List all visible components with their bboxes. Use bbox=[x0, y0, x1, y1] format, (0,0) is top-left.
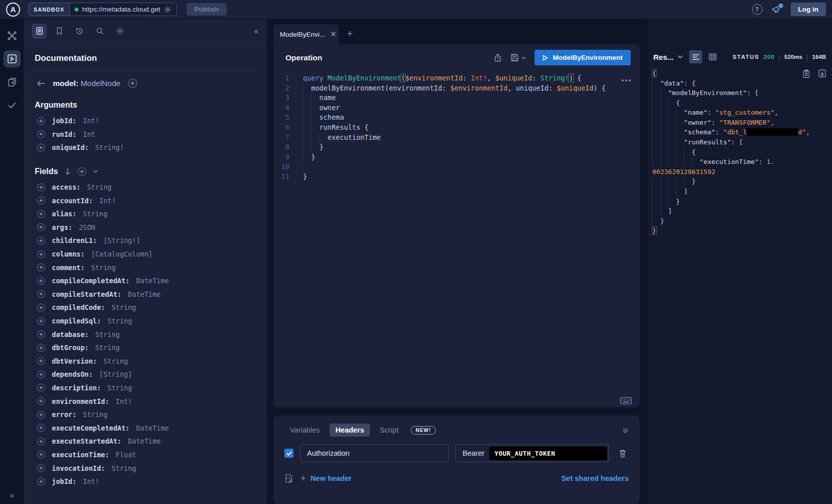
add-to-query-plus-icon[interactable] bbox=[37, 263, 45, 272]
announcements-megaphone-icon[interactable] bbox=[772, 5, 782, 14]
save-operation-group[interactable] bbox=[510, 53, 526, 62]
publish-button[interactable]: Publish bbox=[187, 3, 226, 16]
field-name[interactable]: error: bbox=[52, 410, 77, 418]
add-field-plus-icon[interactable] bbox=[128, 78, 137, 88]
add-to-query-plus-icon[interactable] bbox=[37, 303, 45, 312]
field-name[interactable]: dbtGroup: bbox=[52, 344, 89, 352]
field-row[interactable]: environmentId:Int! bbox=[35, 394, 256, 408]
field-row[interactable]: alias:String bbox=[35, 207, 256, 221]
add-to-query-plus-icon[interactable] bbox=[37, 290, 45, 298]
argument-type[interactable]: String! bbox=[95, 143, 124, 151]
table-view-icon[interactable] bbox=[706, 50, 719, 63]
field-name[interactable]: compiledCode: bbox=[52, 303, 105, 311]
schema-graph-icon[interactable] bbox=[4, 27, 21, 44]
settings-gear-icon[interactable] bbox=[112, 24, 127, 39]
field-type[interactable]: String bbox=[87, 183, 112, 191]
argument-row[interactable]: uniqueId:String! bbox=[35, 141, 256, 154]
field-row[interactable]: compileCompletedAt:DateTime bbox=[35, 274, 256, 288]
documentation-tab-icon[interactable] bbox=[32, 24, 47, 39]
add-to-query-plus-icon[interactable] bbox=[37, 143, 45, 152]
field-row[interactable]: executeCompletedAt:DateTime bbox=[35, 421, 256, 435]
new-header-button[interactable]: + New header bbox=[300, 473, 352, 484]
field-type[interactable]: [String] bbox=[99, 370, 132, 378]
field-type[interactable]: JSON bbox=[79, 223, 96, 231]
field-row[interactable]: error:String bbox=[35, 408, 256, 422]
add-to-query-plus-icon[interactable] bbox=[37, 317, 45, 325]
argument-name[interactable]: jobId: bbox=[52, 117, 77, 125]
apollo-logo[interactable]: A bbox=[6, 3, 20, 17]
field-type[interactable]: String bbox=[91, 264, 116, 272]
delete-header-icon[interactable] bbox=[619, 449, 627, 458]
field-row[interactable]: access:String bbox=[35, 181, 256, 194]
checks-icon[interactable] bbox=[4, 97, 21, 114]
field-type[interactable]: Int! bbox=[116, 397, 132, 405]
field-row[interactable]: comment:String bbox=[35, 261, 256, 274]
header-key-input[interactable]: Authorization bbox=[300, 444, 449, 462]
add-to-query-plus-icon[interactable] bbox=[37, 357, 45, 365]
collapse-docs-panel-icon[interactable]: « bbox=[254, 26, 259, 36]
field-name[interactable]: comment: bbox=[52, 264, 85, 272]
field-name[interactable]: jobId: bbox=[52, 477, 77, 485]
field-type[interactable]: Int! bbox=[99, 197, 116, 205]
share-operation-icon[interactable] bbox=[494, 53, 502, 62]
field-type[interactable]: [String!] bbox=[103, 236, 140, 244]
add-to-query-plus-icon[interactable] bbox=[37, 196, 45, 205]
breadcrumb-type-link[interactable]: ModelNode bbox=[81, 79, 120, 88]
run-operation-button[interactable]: ModelByEnvironment bbox=[535, 50, 631, 65]
keyboard-shortcuts-icon[interactable] bbox=[620, 397, 632, 404]
argument-row[interactable]: runId:Int bbox=[35, 128, 256, 141]
response-json-viewer[interactable]: {"data": {"modelByEnvironment": [{"name"… bbox=[647, 64, 832, 504]
add-to-query-plus-icon[interactable] bbox=[37, 210, 45, 218]
field-name[interactable]: database: bbox=[52, 330, 89, 339]
add-to-query-plus-icon[interactable] bbox=[37, 236, 45, 245]
argument-name[interactable]: uniqueId: bbox=[52, 143, 89, 151]
field-name[interactable]: compiledSql: bbox=[52, 317, 101, 325]
add-to-query-plus-icon[interactable] bbox=[37, 250, 45, 259]
field-type[interactable]: Float bbox=[116, 451, 136, 459]
fields-options-chevron-icon[interactable] bbox=[93, 170, 98, 173]
edit-raw-headers-icon[interactable] bbox=[284, 474, 293, 483]
field-row[interactable]: invocationId:String bbox=[35, 461, 256, 475]
field-row[interactable]: columns:[CatalogColumn] bbox=[35, 247, 256, 261]
field-type[interactable]: String bbox=[95, 344, 120, 352]
add-to-query-plus-icon[interactable] bbox=[37, 450, 45, 459]
connection-settings-gear-icon[interactable] bbox=[164, 6, 172, 14]
operation-tab[interactable]: ModelByEnvi... ✕ bbox=[273, 24, 339, 44]
field-type[interactable]: [CatalogColumn] bbox=[91, 250, 153, 258]
add-to-query-plus-icon[interactable] bbox=[37, 183, 45, 192]
field-row[interactable]: dependsOn:[String] bbox=[35, 368, 256, 381]
tab-script[interactable]: Script bbox=[374, 424, 404, 437]
add-to-query-plus-icon[interactable] bbox=[37, 410, 45, 419]
collapse-panel-chevrons-icon[interactable] bbox=[622, 427, 629, 434]
field-type[interactable]: String bbox=[103, 357, 128, 365]
field-name[interactable]: accountId: bbox=[52, 197, 93, 205]
field-type[interactable]: String bbox=[112, 303, 136, 311]
new-tab-icon[interactable]: + bbox=[347, 28, 353, 40]
field-type[interactable]: String bbox=[95, 330, 120, 339]
graphql-editor[interactable]: 1query ModelByEnvironment($environmentId… bbox=[273, 69, 640, 407]
search-icon[interactable] bbox=[92, 24, 107, 39]
add-to-query-plus-icon[interactable] bbox=[37, 397, 45, 405]
field-type[interactable]: DateTime bbox=[128, 290, 161, 298]
field-type[interactable]: String bbox=[108, 384, 132, 392]
field-row[interactable]: database:String bbox=[35, 327, 256, 341]
field-name[interactable]: args: bbox=[52, 223, 72, 231]
add-all-fields-icon[interactable] bbox=[78, 167, 87, 176]
field-name[interactable]: compileCompletedAt: bbox=[52, 277, 129, 285]
field-row[interactable]: description:String bbox=[35, 381, 256, 395]
field-row[interactable]: dbtVersion:String bbox=[35, 355, 256, 368]
add-to-query-plus-icon[interactable] bbox=[37, 117, 45, 125]
field-name[interactable]: executeStartedAt: bbox=[52, 437, 121, 445]
close-tab-icon[interactable]: ✕ bbox=[330, 30, 337, 39]
field-row[interactable]: compiledSql:String bbox=[35, 314, 256, 328]
response-dropdown-chevron-icon[interactable] bbox=[677, 55, 683, 59]
endpoint-url-field[interactable]: https://metadata.cloud.get bbox=[70, 3, 176, 16]
add-to-query-plus-icon[interactable] bbox=[37, 437, 45, 446]
argument-name[interactable]: runId: bbox=[52, 130, 77, 138]
response-panel-label[interactable]: Res... bbox=[653, 53, 673, 61]
add-to-query-plus-icon[interactable] bbox=[37, 370, 45, 379]
field-name[interactable]: executionTime: bbox=[52, 451, 109, 459]
login-button[interactable]: Log in bbox=[791, 3, 826, 16]
field-row[interactable]: compiledCode:String bbox=[35, 301, 256, 314]
add-to-query-plus-icon[interactable] bbox=[37, 383, 45, 392]
